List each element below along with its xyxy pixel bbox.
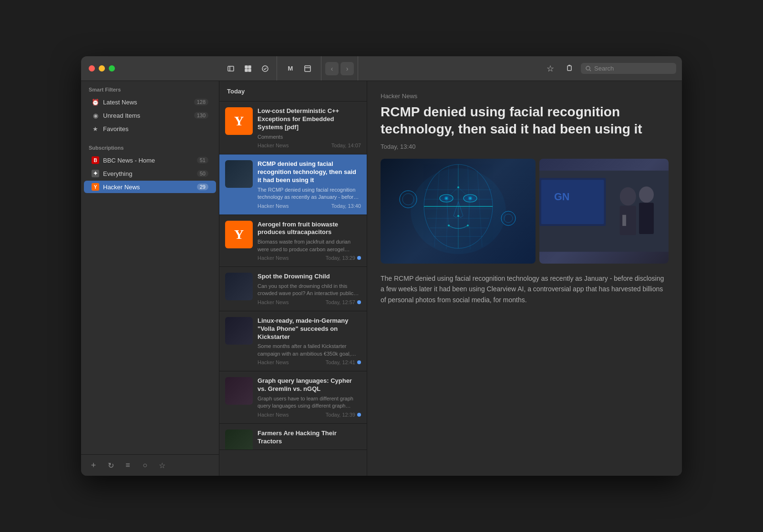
- article-time: Today, 13:40: [331, 203, 361, 209]
- article-time: Today, 14:07: [331, 143, 361, 148]
- svg-point-51: [639, 186, 654, 203]
- article-title: Low-cost Deterministic C++ Exceptions fo…: [258, 107, 361, 132]
- list-item[interactable]: Linux-ready, made-in-Germany "Volla Phon…: [219, 311, 367, 371]
- search-bar[interactable]: [581, 63, 676, 74]
- article-time: Today, 12:57: [326, 299, 361, 305]
- svg-point-44: [504, 214, 513, 223]
- article-title: Linux-ready, made-in-Germany "Volla Phon…: [258, 317, 361, 341]
- add-feed-button[interactable]: +: [87, 459, 100, 472]
- mark-read-button[interactable]: [258, 62, 273, 75]
- svg-point-42: [402, 194, 414, 205]
- everything-count: 50: [197, 170, 208, 177]
- list-item[interactable]: Y Aerogel from fruit biowaste produces u…: [219, 215, 367, 267]
- search-input[interactable]: [594, 65, 670, 72]
- bbc-label: BBC News - Home: [103, 157, 193, 164]
- minimize-button[interactable]: [99, 65, 105, 72]
- sidebar-toggle-button[interactable]: [223, 62, 238, 75]
- list-item[interactable]: Farmers Are Hacking Their Tractors: [219, 424, 367, 450]
- article-subtitle: Comments: [258, 133, 361, 141]
- article-thumbnail: Y: [225, 107, 253, 135]
- article-thumbnail: [225, 430, 253, 450]
- maximize-button[interactable]: [109, 65, 115, 72]
- article-thumbnail: [225, 273, 253, 300]
- list-item[interactable]: Graph query languages: Cypher vs. Gremli…: [219, 371, 367, 424]
- list-item[interactable]: Y Low-cost Deterministic C++ Exceptions …: [219, 102, 367, 154]
- list-view-button[interactable]: ≡: [121, 459, 134, 472]
- detail-source: Hacker News: [381, 92, 669, 100]
- svg-rect-0: [228, 66, 234, 71]
- article-time: Today, 13:29: [326, 255, 361, 261]
- svg-rect-4: [245, 69, 247, 72]
- article-meta: Low-cost Deterministic C++ Exceptions fo…: [258, 107, 361, 148]
- browser-mode-button[interactable]: [300, 62, 315, 75]
- hacker-news-label: Hacker News: [103, 184, 193, 191]
- star-bottom-button[interactable]: ☆: [155, 459, 169, 472]
- right-image-placeholder: GN: [539, 159, 669, 264]
- article-title: Spot the Drowning Child: [258, 273, 361, 281]
- everything-label: Everything: [103, 170, 193, 177]
- article-title: Farmers Are Hacking Their Tractors: [258, 430, 361, 446]
- title-bar: M ‹ › ☆: [81, 56, 682, 81]
- article-meta: Farmers Are Hacking Their Tractors: [258, 430, 361, 444]
- grid-view-button[interactable]: [240, 62, 256, 75]
- article-title: Aerogel from fruit biowaste produces ult…: [258, 221, 361, 237]
- detail-title: RCMP denied using facial recognition tec…: [381, 103, 669, 138]
- hn-icon: Y: [92, 183, 99, 191]
- main-content: Smart Filters ⏰ Latest News 128 ◉ Unread…: [81, 81, 682, 476]
- sidebar: Smart Filters ⏰ Latest News 128 ◉ Unread…: [81, 81, 219, 476]
- app-window: M ‹ › ☆ Smart Filters ⏰: [81, 56, 682, 476]
- article-footer: Hacker News Today, 12:41: [258, 359, 361, 365]
- detail-pane: Hacker News RCMP denied using facial rec…: [367, 81, 682, 476]
- svg-rect-53: [622, 215, 626, 226]
- article-footer: Hacker News Today, 13:29: [258, 255, 361, 261]
- reader-mode-button[interactable]: M: [283, 62, 298, 75]
- sidebar-item-favorites[interactable]: ★ Favorites: [84, 123, 216, 135]
- article-excerpt: Some months after a failed Kickstarter c…: [258, 343, 361, 358]
- share-button[interactable]: [562, 62, 577, 75]
- search-icon: [586, 66, 591, 72]
- article-meta: Linux-ready, made-in-Germany "Volla Phon…: [258, 317, 361, 365]
- unread-icon: ◉: [92, 112, 99, 119]
- svg-rect-9: [567, 66, 571, 71]
- unread-indicator: [357, 360, 361, 364]
- svg-rect-7: [305, 66, 310, 72]
- sidebar-bottom: + ↻ ≡ ○ ☆: [81, 454, 219, 476]
- detail-time: Today, 13:40: [381, 143, 669, 150]
- svg-rect-3: [248, 66, 251, 68]
- article-excerpt: Graph users have to learn different grap…: [258, 395, 361, 410]
- forward-button[interactable]: ›: [340, 62, 354, 75]
- bbc-count: 51: [197, 157, 208, 164]
- close-button[interactable]: [89, 65, 95, 72]
- list-item[interactable]: Spot the Drowning Child Can you spot the…: [219, 267, 367, 311]
- sidebar-item-unread-items[interactable]: ◉ Unread Items 130: [84, 109, 216, 122]
- article-source: Hacker News: [258, 412, 289, 418]
- article-source: Hacker News: [258, 299, 289, 305]
- article-source: Hacker News: [258, 255, 289, 261]
- list-item[interactable]: RCMP denied using facial recognition tec…: [219, 154, 367, 215]
- sidebar-item-everything[interactable]: ✦ Everything 50: [84, 167, 216, 180]
- navigation-buttons: ‹ ›: [321, 56, 358, 81]
- sidebar-item-bbc-news[interactable]: B BBC News - Home 51: [84, 154, 216, 166]
- article-source: Hacker News: [258, 203, 289, 209]
- article-footer: Hacker News Today, 12:57: [258, 299, 361, 305]
- article-time: Today, 12:41: [326, 359, 361, 365]
- svg-text:GN: GN: [554, 191, 569, 203]
- unread-items-label: Unread Items: [103, 112, 190, 119]
- detail-image-right: GN: [539, 159, 669, 264]
- sidebar-item-latest-news[interactable]: ⏰ Latest News 128: [84, 96, 216, 108]
- bbc-icon: B: [92, 156, 99, 164]
- hacker-news-count: 29: [197, 184, 208, 190]
- subscriptions-label: Subscriptions: [81, 139, 219, 153]
- article-meta: Graph query languages: Cypher vs. Gremli…: [258, 377, 361, 418]
- sidebar-item-hacker-news[interactable]: Y Hacker News 29: [84, 181, 216, 193]
- article-footer: Hacker News Today, 13:40: [258, 203, 361, 209]
- favorite-button[interactable]: ☆: [543, 62, 558, 75]
- svg-point-33: [457, 215, 459, 217]
- article-source: Hacker News: [258, 359, 289, 365]
- everything-icon: ✦: [92, 170, 99, 177]
- refresh-button[interactable]: ↻: [104, 459, 117, 472]
- article-list-items: Y Low-cost Deterministic C++ Exceptions …: [219, 102, 367, 476]
- article-title: RCMP denied using facial recognition tec…: [258, 160, 361, 184]
- back-button[interactable]: ‹: [325, 62, 339, 75]
- circle-button[interactable]: ○: [138, 459, 152, 472]
